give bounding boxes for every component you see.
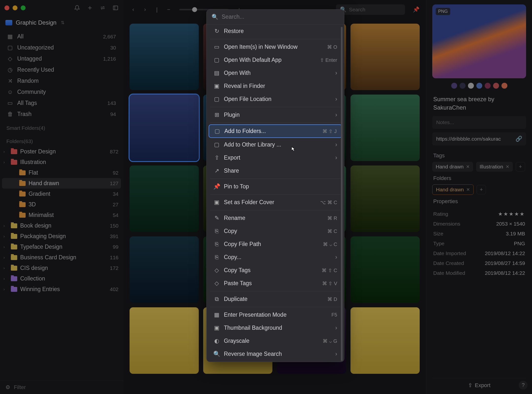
sidebar-folder[interactable]: ›Packaging Design391 bbox=[2, 231, 121, 242]
menu-thumb-bg[interactable]: ▣ Thumbnail Background › bbox=[209, 322, 342, 334]
nav-random[interactable]: ⤨ Random bbox=[3, 75, 119, 86]
menu-grayscale[interactable]: ◐ Grayscale ⌘ ⌵ G bbox=[209, 335, 342, 347]
nav-uncategorized[interactable]: ▢ Uncategorized 30 bbox=[3, 42, 119, 53]
sidebar-folder[interactable]: ›Poster Design872 bbox=[2, 146, 121, 157]
menu-open-with[interactable]: ▤ Open With › bbox=[209, 67, 342, 79]
help-button[interactable]: ? bbox=[519, 381, 528, 390]
nav-community[interactable]: ☺ Community bbox=[3, 86, 119, 98]
url-input[interactable] bbox=[436, 136, 513, 142]
sidebar-folder[interactable]: ›Collection bbox=[2, 273, 121, 284]
back-button[interactable]: ‹ bbox=[130, 6, 137, 13]
plus-icon[interactable] bbox=[87, 5, 93, 11]
nav-trash[interactable]: 🗑 Trash 94 bbox=[3, 109, 119, 120]
sidebar-folder[interactable]: ›Business Card Design116 bbox=[2, 252, 121, 263]
thumbnail[interactable] bbox=[350, 165, 420, 232]
sidebar-folder[interactable]: ›CIS design172 bbox=[2, 263, 121, 273]
disclosure-icon[interactable]: › bbox=[3, 266, 8, 270]
menu-duplicate[interactable]: ⧉ Duplicate ⌘ D bbox=[209, 293, 342, 305]
library-selector[interactable]: Graphic Design ⇅ bbox=[0, 17, 123, 29]
thumbnail[interactable] bbox=[350, 24, 420, 90]
swatch[interactable] bbox=[493, 83, 499, 89]
nav-all[interactable]: ▦ All 2,667 bbox=[3, 31, 119, 42]
thumbnail[interactable] bbox=[130, 165, 199, 232]
disclosure-icon[interactable]: › bbox=[3, 160, 8, 164]
folder-chip[interactable]: Hand drawn ✕ bbox=[432, 184, 474, 195]
disclosure-icon[interactable]: › bbox=[3, 245, 8, 249]
disclosure-icon[interactable]: › bbox=[3, 287, 8, 292]
context-search-input[interactable] bbox=[222, 14, 339, 20]
search-input[interactable] bbox=[349, 7, 401, 13]
thumbnail[interactable] bbox=[130, 24, 199, 90]
swatch[interactable] bbox=[485, 83, 491, 89]
menu-export[interactable]: ⇪ Export › bbox=[209, 151, 342, 164]
export-button[interactable]: ⇪ Export bbox=[432, 378, 526, 390]
sidebar-folder[interactable]: Flat92 bbox=[2, 167, 121, 178]
search-box[interactable]: 🔍 bbox=[336, 4, 405, 15]
add-folder-button[interactable]: + bbox=[477, 185, 486, 194]
thumbnail[interactable] bbox=[350, 236, 420, 303]
thumbnail[interactable] bbox=[350, 95, 420, 161]
add-tag-button[interactable]: + bbox=[516, 162, 525, 171]
menu-add-to-folders[interactable]: ▢ Add to Folders... ⌘ ⇧ J bbox=[209, 124, 342, 138]
thumbnail[interactable] bbox=[350, 307, 420, 374]
zoom-out-button[interactable]: − bbox=[165, 6, 172, 13]
sidebar-toggle-icon[interactable] bbox=[113, 5, 118, 11]
remove-icon[interactable]: ✕ bbox=[466, 187, 470, 192]
menu-copy-path[interactable]: ⎘ Copy File Path ⌘ ⌵ C bbox=[209, 238, 342, 250]
rating-stars[interactable]: ★★★★★ bbox=[498, 211, 525, 217]
nav-untagged[interactable]: ◇ Untagged 1,216 bbox=[3, 53, 119, 64]
link-icon[interactable]: 🔗 bbox=[515, 136, 522, 142]
menu-share[interactable]: ↗ Share bbox=[209, 164, 342, 177]
sidebar-folder[interactable]: ›Winning Entries402 bbox=[2, 284, 121, 295]
menu-add-library[interactable]: ▢ Add to Other Library ... › bbox=[209, 138, 342, 151]
thumbnail-selected[interactable] bbox=[130, 95, 199, 161]
disclosure-icon[interactable]: › bbox=[3, 149, 8, 154]
disclosure-icon[interactable]: › bbox=[3, 234, 8, 239]
menu-plugin[interactable]: ⊞ Plugin › bbox=[209, 109, 342, 121]
swatch[interactable] bbox=[460, 83, 466, 89]
remove-icon[interactable]: ✕ bbox=[466, 164, 470, 169]
section-smart-folders[interactable]: Smart Folders(4) bbox=[0, 120, 123, 133]
remove-icon[interactable]: ✕ bbox=[506, 164, 509, 169]
sidebar-folder[interactable]: Gradient34 bbox=[2, 189, 121, 199]
menu-copy[interactable]: ⎘ Copy ⌘ C bbox=[209, 225, 342, 237]
menu-pin-top[interactable]: 📌 Pin to Top bbox=[209, 180, 342, 193]
section-folders[interactable]: Folders(63) bbox=[0, 133, 123, 146]
item-title[interactable]: Summer sea breeze by SakuraChen bbox=[432, 93, 526, 116]
zoom-thumb[interactable] bbox=[192, 7, 197, 12]
tag-chip[interactable]: Illustration ✕ bbox=[476, 162, 513, 172]
menu-presentation[interactable]: ▦ Enter Presentation Mode F5 bbox=[209, 309, 342, 321]
sidebar-folder[interactable]: 3D27 bbox=[2, 199, 121, 210]
context-menu-search[interactable]: 🔍 bbox=[207, 10, 344, 24]
menu-paste-tags[interactable]: ◇ Paste Tags ⌘ ⇧ V bbox=[209, 277, 342, 290]
close-window[interactable] bbox=[4, 5, 9, 10]
sidebar-folder[interactable]: ›Typeface Design99 bbox=[2, 242, 121, 252]
menu-rename[interactable]: ✎ Rename ⌘ R bbox=[209, 212, 342, 224]
notes-field[interactable] bbox=[432, 116, 526, 129]
nav-all-tags[interactable]: ▭ All Tags 143 bbox=[3, 98, 119, 109]
disclosure-icon[interactable]: › bbox=[3, 277, 8, 281]
menu-open-new-window[interactable]: ▭ Open Item(s) in New Window ⌘ O bbox=[209, 41, 342, 53]
menu-restore[interactable]: ↻ Restore bbox=[209, 25, 342, 37]
sidebar-folder[interactable]: Hand drawn127 bbox=[2, 178, 121, 189]
sidebar-folder[interactable]: ›Book design150 bbox=[2, 220, 121, 231]
menu-open-location[interactable]: ▢ Open File Location › bbox=[209, 93, 342, 105]
nav-recent[interactable]: ◷ Recently Used bbox=[3, 64, 119, 75]
swap-icon[interactable] bbox=[100, 5, 106, 11]
tag-chip[interactable]: Hand drawn ✕ bbox=[432, 162, 473, 172]
minimize-window[interactable] bbox=[13, 5, 17, 10]
menu-reveal-finder[interactable]: ▣ Reveal in Finder bbox=[209, 80, 342, 92]
thumbnail[interactable] bbox=[130, 307, 199, 374]
sidebar-folder[interactable]: Minimalist54 bbox=[2, 210, 121, 220]
bell-icon[interactable] bbox=[74, 5, 80, 11]
filter-input[interactable] bbox=[14, 384, 117, 391]
menu-open-default[interactable]: ▢ Open With Default App ⇧ Enter bbox=[209, 54, 342, 66]
menu-reverse-image[interactable]: 🔍 Reverse Image Search › bbox=[209, 348, 342, 360]
preview-image[interactable]: PNG bbox=[432, 4, 526, 78]
menu-copy-tags[interactable]: ◇ Copy Tags ⌘ ⇧ C bbox=[209, 264, 342, 277]
swatch[interactable] bbox=[501, 83, 507, 89]
notes-input[interactable] bbox=[436, 119, 522, 125]
disclosure-icon[interactable]: › bbox=[3, 224, 8, 228]
pin-icon[interactable]: 📌 bbox=[412, 6, 420, 13]
sidebar-folder[interactable]: ›Illustration bbox=[2, 157, 121, 167]
